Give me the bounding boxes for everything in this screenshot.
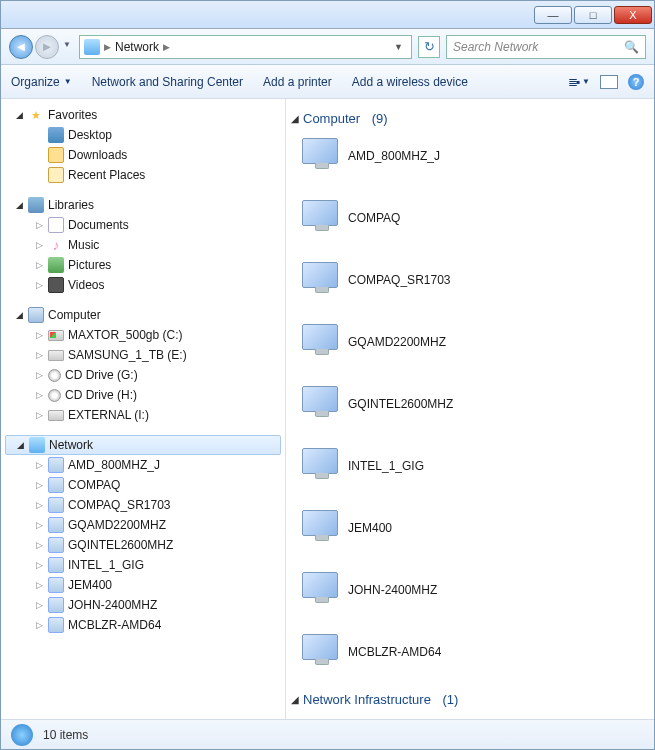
address-segment-network[interactable]: Network [115,40,159,54]
tree-drive-i[interactable]: ▷EXTERNAL (I:) [1,405,285,425]
pc-icon [48,517,64,533]
tree-netpc[interactable]: ▷JEM400 [1,575,285,595]
tree-netpc[interactable]: ▷INTEL_1_GIG [1,555,285,575]
content-pane: ◢Computer (9) AMD_800MHZ_J COMPAQ COMPAQ… [286,99,654,719]
network-icon [84,39,100,55]
libraries-icon [28,197,44,213]
computer-icon [300,634,340,670]
network-computer[interactable]: JEM400 [290,506,648,550]
network-computer[interactable]: COMPAQ [290,196,648,240]
drive-icon [48,350,64,361]
tree-drive-e[interactable]: ▷SAMSUNG_1_TB (E:) [1,345,285,365]
favorites-node[interactable]: ◢★Favorites [1,105,285,125]
cd-icon [48,389,61,402]
computer-icon [300,510,340,546]
videos-icon [48,277,64,293]
back-button[interactable]: ◄ [9,35,33,59]
computer-icon [300,324,340,360]
status-bar: 10 items [1,719,654,749]
computer-icon [28,307,44,323]
tree-desktop[interactable]: Desktop [1,125,285,145]
close-button[interactable]: X [614,6,652,24]
help-button[interactable]: ? [628,74,644,90]
tree-drive-h[interactable]: ▷CD Drive (H:) [1,385,285,405]
history-dropdown[interactable]: ▼ [61,35,73,55]
explorer-window: — □ X ◄ ► ▼ ▶ Network ▶ ▼ ↻ Search Netwo… [0,0,655,750]
network-computer[interactable]: MCBLZR-AMD64 [290,630,648,674]
address-dropdown[interactable]: ▼ [390,42,407,52]
group-infrastructure[interactable]: ◢Network Infrastructure (1) [290,692,648,707]
network-computer[interactable]: COMPAQ_SR1703 [290,258,648,302]
search-box[interactable]: Search Network 🔍 [446,35,646,59]
pictures-icon [48,257,64,273]
music-icon: ♪ [48,237,64,253]
tree-netpc[interactable]: ▷AMD_800MHZ_J [1,455,285,475]
chevron-icon[interactable]: ▶ [163,42,170,52]
add-wireless[interactable]: Add a wireless device [352,75,468,89]
tree-netpc[interactable]: ▷GQAMD2200MHZ [1,515,285,535]
tree-music[interactable]: ▷♪Music [1,235,285,255]
search-placeholder: Search Network [453,40,538,54]
address-bar[interactable]: ▶ Network ▶ ▼ [79,35,412,59]
titlebar: — □ X [1,1,654,29]
documents-icon [48,217,64,233]
chevron-icon: ▶ [104,42,111,52]
forward-button[interactable]: ► [35,35,59,59]
computer-icon [300,572,340,608]
maximize-button[interactable]: □ [574,6,612,24]
star-icon: ★ [28,107,44,123]
network-node[interactable]: ◢Network [5,435,281,455]
libraries-node[interactable]: ◢Libraries [1,195,285,215]
desktop-icon [48,127,64,143]
view-menu[interactable]: ≣▪▼ [568,75,590,89]
pc-icon [48,597,64,613]
tree-recent[interactable]: Recent Places [1,165,285,185]
tree-documents[interactable]: ▷Documents [1,215,285,235]
cd-icon [48,369,61,382]
tree-netpc[interactable]: ▷MCBLZR-AMD64 [1,615,285,635]
organize-menu[interactable]: Organize▼ [11,75,72,89]
computer-icon [300,448,340,484]
drive-icon [48,410,64,421]
tree-netpc[interactable]: ▷COMPAQ_SR1703 [1,495,285,515]
minimize-button[interactable]: — [534,6,572,24]
search-icon: 🔍 [624,40,639,54]
tree-videos[interactable]: ▷Videos [1,275,285,295]
tree-pictures[interactable]: ▷Pictures [1,255,285,275]
computer-node[interactable]: ◢Computer [1,305,285,325]
computer-icon [300,386,340,422]
network-computer[interactable]: GQAMD2200MHZ [290,320,648,364]
folder-icon [48,147,64,163]
tree-netpc[interactable]: ▷GQINTEL2600MHZ [1,535,285,555]
add-printer[interactable]: Add a printer [263,75,332,89]
network-computer[interactable]: GQINTEL2600MHZ [290,382,648,426]
group-computer[interactable]: ◢Computer (9) [290,111,648,126]
network-computer[interactable]: AMD_800MHZ_J [290,134,648,178]
pc-icon [48,577,64,593]
network-icon [11,724,33,746]
network-computer[interactable]: INTEL_1_GIG [290,444,648,488]
pc-icon [48,497,64,513]
computer-icon [300,200,340,236]
command-bar: Organize▼ Network and Sharing Center Add… [1,65,654,99]
drive-icon [48,330,64,341]
tree-netpc[interactable]: ▷JOHN-2400MHZ [1,595,285,615]
computer-icon [300,262,340,298]
tree-drive-g[interactable]: ▷CD Drive (G:) [1,365,285,385]
item-count: 10 items [43,728,88,742]
tree-downloads[interactable]: Downloads [1,145,285,165]
network-sharing-center[interactable]: Network and Sharing Center [92,75,243,89]
pc-icon [48,557,64,573]
pc-icon [48,477,64,493]
pc-icon [48,537,64,553]
refresh-button[interactable]: ↻ [418,36,440,58]
preview-pane-button[interactable] [600,75,618,89]
pc-icon [48,617,64,633]
tree-netpc[interactable]: ▷COMPAQ [1,475,285,495]
tree-drive-c[interactable]: ▷MAXTOR_500gb (C:) [1,325,285,345]
computer-icon [300,138,340,174]
network-computer[interactable]: JOHN-2400MHZ [290,568,648,612]
navigation-pane: ◢★Favorites Desktop Downloads Recent Pla… [1,99,286,719]
network-icon [29,437,45,453]
nav-bar: ◄ ► ▼ ▶ Network ▶ ▼ ↻ Search Network 🔍 [1,29,654,65]
